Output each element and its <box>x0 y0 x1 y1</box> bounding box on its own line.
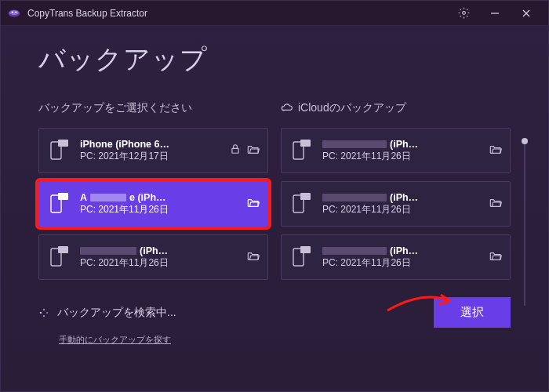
cloud-icon <box>281 102 293 114</box>
app-window: CopyTrans Backup Extractor バックアップ バックアップ… <box>0 0 549 392</box>
backup-text: Ae (iPh… PC: 2021年11月26日 <box>80 192 239 216</box>
backup-name: (iPh… <box>322 245 482 256</box>
close-button[interactable] <box>511 1 542 26</box>
svg-rect-16 <box>300 140 311 147</box>
select-button[interactable]: 選択 <box>434 297 511 328</box>
folder-open-icon[interactable] <box>247 143 260 158</box>
folder-open-icon[interactable] <box>489 197 502 211</box>
icloud-column-header: iCloudのバックアップ <box>281 101 511 115</box>
app-icon <box>7 6 21 20</box>
card-actions <box>247 197 260 211</box>
svg-rect-12 <box>58 193 68 200</box>
backup-name: (iPh… <box>322 139 482 150</box>
searching-status: バックアップを検索中... <box>38 306 176 320</box>
scrollbar[interactable] <box>524 141 525 306</box>
svg-rect-14 <box>58 246 68 253</box>
folder-open-icon[interactable] <box>247 197 260 211</box>
backup-card-local-0[interactable]: iPhone (iPhone 6… PC: 2021年12月17日 <box>38 128 268 173</box>
card-actions <box>489 197 502 211</box>
titlebar: CopyTrans Backup Extractor <box>1 1 548 26</box>
backup-text: (iPh… PC: 2021年11月26日 <box>322 139 482 163</box>
svg-point-24 <box>43 314 45 316</box>
svg-rect-10 <box>232 148 238 153</box>
backup-columns: バックアップをご選択ください iPhone (iPhone 6… PC: 202… <box>38 101 511 280</box>
local-column: バックアップをご選択ください iPhone (iPhone 6… PC: 202… <box>38 101 268 280</box>
backup-text: (iPh… PC: 2021年11月26日 <box>322 245 482 270</box>
svg-point-2 <box>12 11 13 13</box>
backup-text: (iPh… PC: 2021年11月26日 <box>322 192 482 216</box>
backup-card-local-2[interactable]: (iPh… PC: 2021年11月26日 <box>38 234 268 280</box>
svg-point-22 <box>43 308 45 310</box>
backup-name: (iPh… <box>80 245 239 256</box>
minimize-button[interactable] <box>479 1 511 26</box>
backup-card-icloud-0[interactable]: (iPh… PC: 2021年11月26日 <box>281 128 511 173</box>
backup-subtitle: PC: 2021年11月26日 <box>322 203 482 216</box>
device-icon <box>289 192 314 216</box>
card-actions <box>230 143 260 158</box>
backup-subtitle: PC: 2021年11月26日 <box>80 256 239 270</box>
device-icon <box>47 245 72 269</box>
svg-point-23 <box>46 311 48 313</box>
card-actions <box>489 250 502 264</box>
device-icon <box>47 139 72 162</box>
svg-point-21 <box>40 311 42 313</box>
backup-subtitle: PC: 2021年11月26日 <box>322 150 482 163</box>
footer: バックアップを検索中... 選択 <box>38 297 511 328</box>
backup-name: (iPh… <box>322 192 482 203</box>
page-title: バックアップ <box>38 42 511 78</box>
icloud-column: iCloudのバックアップ (iPh… PC: 2021年11月26日 <box>281 101 511 280</box>
svg-rect-20 <box>300 246 311 253</box>
backup-text: iPhone (iPhone 6… PC: 2021年12月17日 <box>80 139 222 163</box>
folder-open-icon[interactable] <box>247 250 260 264</box>
svg-rect-18 <box>300 193 311 200</box>
backup-name: iPhone (iPhone 6… <box>80 139 222 150</box>
lock-icon <box>230 143 241 158</box>
settings-button[interactable] <box>448 1 479 26</box>
backup-card-icloud-1[interactable]: (iPh… PC: 2021年11月26日 <box>281 181 511 227</box>
manual-search-link[interactable]: 手動的にバックアップを探す <box>59 334 511 346</box>
svg-point-4 <box>462 12 465 15</box>
folder-open-icon[interactable] <box>489 143 502 158</box>
backup-card-local-1[interactable]: Ae (iPh… PC: 2021年11月26日 <box>38 181 268 227</box>
svg-rect-9 <box>58 140 68 147</box>
svg-point-3 <box>15 11 16 13</box>
backup-text: (iPh… PC: 2021年11月26日 <box>80 245 239 270</box>
folder-open-icon[interactable] <box>489 250 502 264</box>
device-icon <box>289 245 314 269</box>
backup-subtitle: PC: 2021年11月26日 <box>322 256 482 270</box>
backup-name: Ae (iPh… <box>80 192 239 203</box>
backup-subtitle: PC: 2021年11月26日 <box>80 203 239 216</box>
app-title: CopyTrans Backup Extractor <box>27 8 448 19</box>
backup-subtitle: PC: 2021年12月17日 <box>80 150 222 163</box>
device-icon <box>47 192 72 216</box>
device-icon <box>289 139 314 162</box>
card-actions <box>247 250 260 264</box>
local-column-header: バックアップをご選択ください <box>38 101 268 115</box>
svg-point-1 <box>9 10 19 15</box>
content-area: バックアップ バックアップをご選択ください iPhone (iPhone 6… … <box>1 26 548 391</box>
card-actions <box>489 143 502 158</box>
backup-card-icloud-2[interactable]: (iPh… PC: 2021年11月26日 <box>281 234 511 280</box>
scroll-thumb[interactable] <box>522 138 528 144</box>
spinner-icon <box>38 307 49 318</box>
